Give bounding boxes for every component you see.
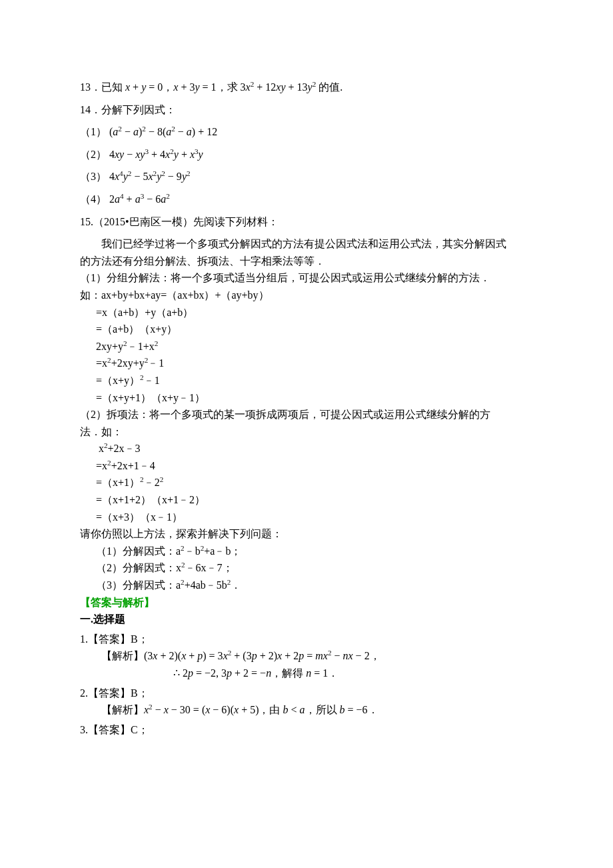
answers-heading: 【答案与解析】 [80, 594, 533, 611]
q15-m2-line4: =（x+3）（x﹣1） [80, 509, 533, 526]
q15-intro: 我们已经学过将一个多项式分解因式的方法有提公因式法和运用公式法，其实分解因式 的… [80, 235, 533, 269]
q15-m1-line1: =x（a+b）+y（a+b） [80, 304, 533, 321]
q14-p1-label: （1） [80, 126, 107, 137]
q13-sep1: ， [163, 81, 173, 93]
q15-m2-line2: =（x+1）2﹣22 [80, 474, 533, 491]
a1-end: ． [328, 667, 338, 679]
a2-mid2: ，所以 [305, 704, 340, 715]
question-15-title: 15.（2015•巴南区一模）先阅读下列材料： [80, 213, 533, 231]
q14-p3-expr: 4x4y2 − 5x2y2 − 9y2 [109, 171, 191, 182]
a2-cond: b < a [283, 704, 305, 715]
q14-p1-expr: (a2 − a)2 − 8(a2 − a) + 12 [109, 126, 217, 137]
answer-2: 2.【答案】B； 【解析】x2 − x − 30 = (x − 6)(x + 5… [80, 685, 533, 719]
q13-eq2-y: y [195, 81, 199, 93]
question-13: 13．已知 x + y = 0，x + 3y = 1，求 3x2 + 12xy … [80, 79, 533, 96]
q15-task2: （2）分解因式：x2﹣6x﹣7； [80, 559, 533, 577]
q15-m1-line2: =（a+b）（x+y） [80, 321, 533, 338]
a1-sep: ， [370, 650, 380, 661]
answer-3: 3.【答案】C； [80, 721, 533, 739]
q13-eq2-rhs: = 1 [200, 81, 217, 93]
answer-1: 1.【答案】B； 【解析】(3x + 2)(x + p) = 3x2 + (3p… [80, 631, 533, 682]
document-page: 13．已知 x + y = 0，x + 3y = 1，求 3x2 + 12xy … [0, 0, 613, 868]
q14-part1: （1） (a2 − a)2 − 8(a2 − a) + 12 [80, 123, 533, 141]
question-14-title: 14．分解下列因式： [80, 101, 533, 119]
answers-section: 一.选择题 [80, 611, 533, 628]
q15-task: 请你仿照以上方法，探索并解决下列问题： [80, 525, 533, 543]
q15-m2-head-line2: 法．如： [80, 426, 123, 437]
q15-m2-line3: =（x+1+2）（x+1﹣2） [80, 491, 533, 509]
q15-method2-head: （2）拆项法：将一个多项式的某一项拆成两项后，可提公因式或运用公式继续分解的方 … [80, 406, 533, 440]
a1-therefore: ∴ [173, 667, 183, 679]
q15-intro-line2: 的方法还有分组分解法、拆项法、十字相乘法等等． [80, 255, 325, 267]
q15-m1-line5: =（x+y）2﹣1 [80, 372, 533, 389]
q15-m2-head-line1: （2）拆项法：将一个多项式的某一项拆成两项后，可提公因式或运用公式继续分解的方 [80, 409, 490, 420]
a2-label: 2.【答案】B； [80, 685, 533, 702]
q13-eq1-plus: + [130, 81, 141, 93]
q15-m2-line1: =x2+2x+1﹣4 [80, 457, 533, 475]
a1-expl-label: 【解析】 [101, 650, 144, 661]
q14-part3: （3） 4x4y2 − 5x2y2 − 9y2 [80, 168, 533, 185]
a1-eqs: 2p = −2, 3p + 2 = −n [183, 667, 271, 679]
q14-p2-expr: 4xy − xy3 + 4x2y + x3y [109, 149, 203, 160]
q15-m1-line4: =x2+2xy+y2﹣1 [80, 355, 533, 372]
a2-mid1: ，由 [259, 704, 283, 715]
a2-result: b = −6 [340, 704, 368, 715]
q15-m2-line0: x2+2x﹣3 [80, 440, 533, 457]
q13-prefix: 13．已知 [80, 81, 125, 93]
q14-p4-label: （4） [80, 193, 107, 205]
a2-expr: x2 − x − 30 = (x − 6)(x + 5) [144, 704, 259, 715]
a3-label: 3.【答案】C； [80, 721, 533, 739]
a2-end: ． [368, 704, 378, 715]
q14-p4-expr: 2a4 + a3 − 6a2 [109, 193, 170, 205]
a1-mid: ，解得 [271, 667, 306, 679]
q15-task3: （3）分解因式：a2+4ab﹣5b2． [80, 577, 533, 594]
q15-task1: （1）分解因式：a2﹣b2+a﹣b； [80, 543, 533, 560]
a2-expl-label: 【解析】 [101, 704, 144, 715]
q13-sep2: ，求 [217, 81, 241, 93]
q15-m1-line6: =（x+y+1）（x+y﹣1） [80, 389, 533, 407]
q15-m1-line3: 2xy+y2﹣1+x2 [80, 338, 533, 355]
q13-eq1-rhs: = 0 [146, 81, 163, 93]
q14-p3-label: （3） [80, 171, 107, 182]
a1-label: 1.【答案】B； [80, 631, 533, 648]
q13-eq2-plus3: + 3 [178, 81, 195, 93]
q13-eq3: 3x2 + 12xy + 13y2 [241, 81, 316, 93]
q14-part2: （2） 4xy − xy3 + 4x2y + x3y [80, 146, 533, 163]
q14-part4: （4） 2a4 + a3 − 6a2 [80, 191, 533, 208]
a1-expr1: (3x + 2)(x + p) = 3x2 + (3p + 2)x + 2p =… [144, 650, 370, 661]
a1-result: n = 1 [306, 667, 328, 679]
q15-intro-line1: 我们已经学过将一个多项式分解因式的方法有提公因式法和运用公式法，其实分解因式 [101, 238, 506, 249]
a1-explanation: 【解析】(3x + 2)(x + p) = 3x2 + (3p + 2)x + … [80, 647, 533, 665]
a2-explanation: 【解析】x2 − x − 30 = (x − 6)(x + 5)，由 b < a… [80, 701, 533, 719]
q14-p2-label: （2） [80, 149, 107, 160]
q15-m1-line0: 如：ax+by+bx+ay=（ax+bx）+（ay+by） [80, 287, 533, 304]
a1-line2: ∴ 2p = −2, 3p + 2 = −n，解得 n = 1． [80, 665, 533, 682]
q15-method1-head: （1）分组分解法：将一个多项式适当分组后，可提公因式或运用公式继续分解的方法． [80, 269, 533, 287]
q13-suffix: 的值. [316, 81, 342, 93]
